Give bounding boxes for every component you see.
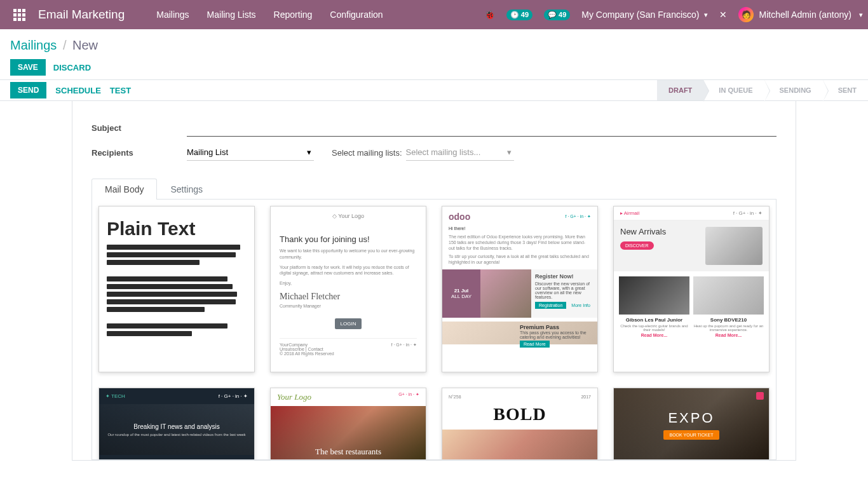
activities-badge[interactable]: 🕑 49 (506, 10, 532, 20)
subject-input[interactable] (187, 119, 776, 137)
breadcrumb-root[interactable]: Mailings (10, 38, 57, 52)
tab-mail-body[interactable]: Mail Body (92, 179, 157, 200)
chevron-down-icon: ▾ (307, 147, 311, 157)
app-brand[interactable]: Email Marketing (38, 8, 125, 22)
breadcrumb: Mailings / New (10, 38, 858, 53)
recipients-select[interactable]: Mailing List ▾ (187, 144, 314, 161)
nav-configuration[interactable]: Configuration (330, 10, 383, 20)
chat-icon: 💬 (548, 11, 557, 19)
template-airmail[interactable]: ▸ Airmailf · G+ · in · ✦ New Arrivals DI… (613, 206, 770, 372)
schedule-button[interactable]: SCHEDULE (55, 86, 101, 95)
clock-icon: 🕑 (510, 11, 519, 19)
form-tabs: Mail Body Settings (92, 179, 776, 200)
control-panel: Mailings / New SAVE DISCARD (0, 29, 868, 79)
top-nav: Email Marketing Mailings Mailing Lists R… (0, 0, 868, 29)
breadcrumb-current: New (72, 38, 98, 52)
nav-mailings[interactable]: Mailings (156, 10, 189, 20)
status-steps: DRAFT IN QUEUE SENDING SENT (657, 80, 868, 100)
company-switcher[interactable]: My Company (San Francisco) (581, 10, 708, 20)
discard-button[interactable]: DISCARD (53, 63, 91, 72)
nav-reporting[interactable]: Reporting (274, 10, 313, 20)
status-draft[interactable]: DRAFT (657, 80, 703, 100)
status-bar: SEND SCHEDULE TEST DRAFT IN QUEUE SENDIN… (0, 79, 868, 101)
bug-icon[interactable]: 🐞 (484, 10, 495, 20)
status-in-queue[interactable]: IN QUEUE (703, 80, 764, 100)
chevron-down-icon: ▾ (507, 147, 512, 157)
template-welcome[interactable]: ◇ Your Logo Thank you for joining us! We… (270, 206, 426, 372)
tab-settings[interactable]: Settings (157, 179, 216, 200)
template-title: Plain Text (107, 218, 249, 240)
recipients-value: Mailing List (187, 147, 228, 157)
template-plain-text[interactable]: Plain Text (98, 206, 255, 372)
tools-icon[interactable]: ✕ (719, 10, 727, 20)
messages-count: 49 (559, 11, 566, 18)
subject-label: Subject (92, 123, 187, 133)
user-name: Mitchell Admin (antony) (759, 10, 851, 20)
template-restaurant[interactable]: Your LogoG+ · in · ✦ The best restaurant… (270, 388, 426, 460)
template-expo[interactable]: EXPO BOOK YOUR TICKET (613, 388, 770, 460)
apps-icon[interactable] (11, 7, 27, 22)
play-icon (756, 392, 764, 400)
template-area[interactable]: Plain Text ◇ Your Logo Thank you for joi… (92, 200, 776, 460)
company-name: My Company (San Francisco) (581, 10, 699, 20)
save-button[interactable]: SAVE (10, 59, 46, 76)
form-sheet: Subject Recipients Mailing List ▾ Select… (72, 101, 796, 461)
messages-badge[interactable]: 💬 49 (544, 10, 570, 20)
activities-count: 49 (521, 11, 529, 18)
send-button[interactable]: SEND (10, 82, 46, 98)
status-sent[interactable]: SENT (823, 80, 868, 100)
template-bold[interactable]: N°2582017 BOLD (442, 388, 598, 460)
nav-links: Mailings Mailing Lists Reporting Configu… (156, 10, 383, 20)
template-odoo-event[interactable]: odoof · G+ · in · ✦ Hi there! The next e… (442, 206, 598, 372)
nav-mailing-lists[interactable]: Mailing Lists (207, 10, 256, 20)
mailing-lists-placeholder: Select mailing lists... (406, 147, 481, 157)
mailing-lists-select[interactable]: Select mailing lists... ▾ (406, 144, 514, 161)
status-sending[interactable]: SENDING (764, 80, 823, 100)
test-button[interactable]: TEST (110, 86, 131, 95)
recipients-label: Recipients (92, 148, 187, 158)
template-tech[interactable]: ✦ TECHf · G+ · in · ✦ Breaking IT news a… (98, 388, 255, 460)
mailing-lists-label: Select mailing lists: (332, 148, 402, 158)
nav-right: 🐞 🕑 49 💬 49 My Company (San Francisco) ✕… (484, 7, 863, 22)
user-menu[interactable]: 🧑 Mitchell Admin (antony) (738, 7, 863, 22)
avatar: 🧑 (738, 7, 754, 22)
